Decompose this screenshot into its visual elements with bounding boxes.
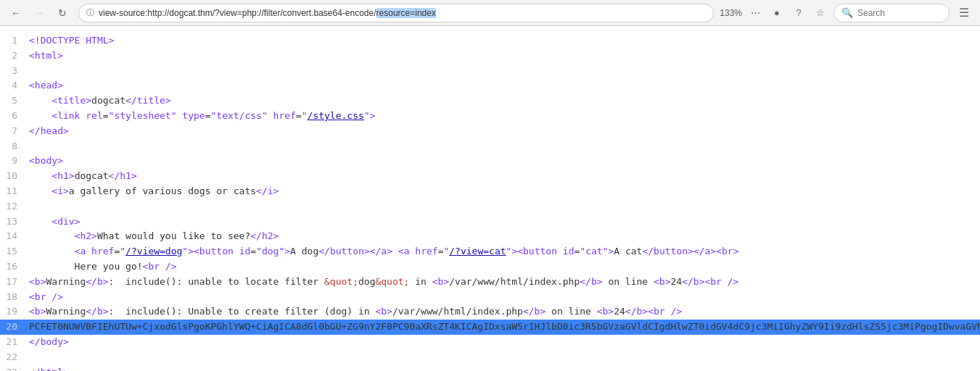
source-line-22: 22: [0, 350, 980, 365]
line-number: 12: [0, 199, 29, 214]
address-bar[interactable]: ⓘ view-source:http://dogcat.thm/?view=ph…: [78, 4, 714, 22]
line-number: 16: [0, 259, 29, 275]
source-line-2: 2 <html>: [0, 49, 980, 64]
line-number: 18: [0, 290, 29, 305]
line-number: 8: [0, 139, 29, 154]
line-content: <a href="/?view=dog"><button id="dog">A …: [29, 244, 980, 259]
line-number: 9: [0, 154, 29, 169]
source-line-16: 16 Here you go!<br />: [0, 259, 980, 275]
line-number: 21: [0, 335, 29, 350]
line-content-base64: PCFET0NUWVBFIEhUTUw+CjxodGlsPgoKPGhlYWQ+…: [29, 320, 980, 335]
line-number: 1: [0, 33, 29, 49]
back-button[interactable]: ←: [6, 3, 26, 23]
line-content: <title>dogcat</title>: [29, 93, 980, 109]
source-line-11: 11 <i>a gallery of various dogs or cats<…: [0, 184, 980, 199]
line-content: <head>: [29, 78, 980, 93]
line-number: 19: [0, 304, 29, 320]
line-content: <body>: [29, 154, 980, 169]
search-input[interactable]: [857, 8, 942, 18]
line-number: 2: [0, 49, 29, 64]
line-content: <h2>What would you like to see?</h2>: [29, 229, 980, 244]
line-number: 13: [0, 214, 29, 230]
line-content: </head>: [29, 124, 980, 139]
refresh-button[interactable]: ↻: [52, 3, 73, 23]
view-dog-link[interactable]: /?view=dog: [125, 246, 182, 257]
line-number: 10: [0, 169, 29, 184]
line-content: <i>a gallery of various dogs or cats</i>: [29, 184, 980, 199]
line-number: 7: [0, 124, 29, 139]
view-cat-link[interactable]: /?view=cat: [449, 246, 506, 257]
source-line-7: 7 </head>: [0, 124, 980, 139]
line-content: <!DOCTYPE HTML>: [29, 33, 980, 49]
line-content: <div>: [29, 214, 980, 230]
line-content: </html>: [29, 365, 980, 371]
line-content: Here you go!<br />: [29, 259, 980, 275]
source-line-3: 3: [0, 64, 980, 79]
source-line-9: 9 <body>: [0, 154, 980, 169]
more-button[interactable]: ⋯: [746, 4, 764, 22]
source-line-19: 19 <b>Warning</b>: include(): Unable to …: [0, 304, 980, 320]
source-view: 1 <!DOCTYPE HTML> 2 <html> 3 4 <head> 5 …: [0, 26, 980, 371]
line-number: 22: [0, 350, 29, 365]
source-line-1: 1 <!DOCTYPE HTML>: [0, 33, 980, 49]
line-content: <link rel="stylesheet" type="text/css" h…: [29, 109, 980, 124]
hamburger-menu[interactable]: ☰: [954, 3, 974, 23]
bookmark-button[interactable]: ☆: [812, 4, 829, 22]
line-number: 23: [0, 365, 29, 371]
browser-right: 133% ⋯ ● ? ☆ 🔍 ☰: [720, 3, 974, 23]
shield-icon-btn[interactable]: ●: [768, 4, 786, 22]
source-line-18: 18 <br />: [0, 290, 980, 305]
search-box[interactable]: 🔍: [833, 4, 950, 22]
info-icon: ⓘ: [86, 7, 94, 18]
zoom-level: 133%: [720, 8, 742, 18]
style-link[interactable]: /style.css: [308, 110, 364, 121]
source-line-10: 10 <h1>dogcat</h1>: [0, 169, 980, 184]
line-number: 4: [0, 78, 29, 93]
line-number: 5: [0, 93, 29, 109]
source-line-15: 15 <a href="/?view=dog"><button id="dog"…: [0, 244, 980, 259]
line-number: 3: [0, 64, 29, 79]
line-number: 20: [0, 320, 29, 335]
line-content: <h1>dogcat</h1>: [29, 169, 980, 184]
line-content: <html>: [29, 49, 980, 64]
line-number: 17: [0, 275, 29, 290]
url-text: view-source:http://dogcat.thm/?view=php:…: [99, 8, 706, 18]
browser-chrome: ← → ↻ ⓘ view-source:http://dogcat.thm/?v…: [0, 0, 980, 26]
line-content: </body>: [29, 335, 980, 350]
line-content: <b>Warning</b>: include(): unable to loc…: [29, 275, 980, 290]
source-line-6: 6 <link rel="stylesheet" type="text/css"…: [0, 109, 980, 124]
source-line-20: 20 PCFET0NUWVBFIEhUTUw+CjxodGlsPgoKPGhlY…: [0, 320, 980, 335]
source-line-23: 23 </html>: [0, 365, 980, 371]
line-content: <br />: [29, 290, 980, 305]
search-icon: 🔍: [841, 7, 853, 18]
line-number: 11: [0, 184, 29, 199]
source-line-4: 4 <head>: [0, 78, 980, 93]
help-button[interactable]: ?: [790, 4, 807, 22]
source-line-8: 8: [0, 139, 980, 154]
line-number: 15: [0, 244, 29, 259]
nav-buttons: ← → ↻: [6, 3, 73, 23]
forward-button[interactable]: →: [29, 3, 49, 23]
source-line-12: 12: [0, 199, 980, 214]
source-line-5: 5 <title>dogcat</title>: [0, 93, 980, 109]
line-content: <b>Warning</b>: include(): Unable to cre…: [29, 304, 980, 320]
line-number: 6: [0, 109, 29, 124]
line-number: 14: [0, 229, 29, 244]
source-line-14: 14 <h2>What would you like to see?</h2>: [0, 229, 980, 244]
source-line-17: 17 <b>Warning</b>: include(): unable to …: [0, 275, 980, 290]
source-line-21: 21 </body>: [0, 335, 980, 350]
source-line-13: 13 <div>: [0, 214, 980, 230]
